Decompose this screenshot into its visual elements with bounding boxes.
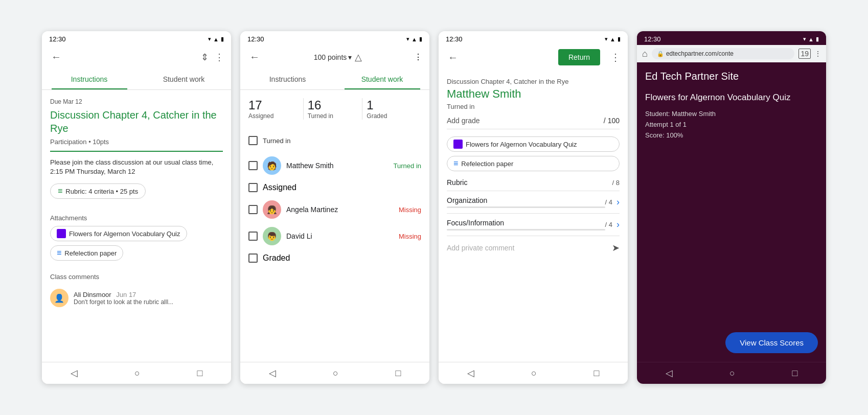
tab-student-work-1[interactable]: Student work xyxy=(136,69,231,89)
recent-nav-icon-3[interactable]: □ xyxy=(593,368,599,379)
dropdown-icon: ▾ xyxy=(348,53,352,61)
rubric-criteria-2[interactable]: Focus/Information / 4 › xyxy=(447,214,620,236)
turned-in-label: Turned in xyxy=(308,112,358,120)
recent-nav-icon-2[interactable]: □ xyxy=(395,368,401,379)
criteria-name-1: Organization xyxy=(447,196,605,204)
wifi-icon-3: ▾ xyxy=(605,36,608,42)
back-nav-icon[interactable]: ◁ xyxy=(71,367,78,379)
chevron-icon-1[interactable]: › xyxy=(616,197,620,208)
checkbox-turned-in[interactable] xyxy=(248,136,258,145)
rubric-criteria-1[interactable]: Organization / 4 › xyxy=(447,191,620,214)
view-class-scores-button[interactable]: View Class Scores xyxy=(725,332,818,353)
back-nav-icon-4[interactable]: ◁ xyxy=(666,367,673,379)
drive-icon[interactable]: △ xyxy=(355,52,362,63)
rubric-bar-1 xyxy=(447,206,605,208)
url-bar[interactable]: 🔒 edtechpartner.com/conte xyxy=(652,48,795,59)
points-dropdown[interactable]: 100 points ▾ xyxy=(314,53,352,61)
back-button-1[interactable]: ← xyxy=(49,49,63,65)
more-icon[interactable]: ⋮ xyxy=(215,52,224,63)
status-bar-2: 12:30 ▾ ▲ ▮ xyxy=(240,31,429,45)
student-matthew[interactable]: 🧑 Matthew Smith Turned in xyxy=(248,152,421,179)
share-icon[interactable]: ⇕ xyxy=(201,52,209,63)
add-grade-field[interactable]: Add grade xyxy=(447,117,604,125)
due-date: Due Mar 12 xyxy=(50,98,223,105)
send-icon[interactable]: ➤ xyxy=(612,242,620,253)
student-angela[interactable]: 👧 Angela Martinez Missing xyxy=(248,196,421,223)
tabs-1: Instructions Student work xyxy=(42,69,231,90)
assignment-subtitle: Participation • 10pts xyxy=(50,138,223,146)
more-icon-2[interactable]: ⋮ xyxy=(414,52,422,62)
assigned-label: Assigned xyxy=(248,112,299,120)
chevron-icon-2[interactable]: › xyxy=(616,219,620,230)
tab-student-work-2[interactable]: Student work xyxy=(335,69,429,89)
turned-in-status: Turned in xyxy=(447,103,620,110)
status-david: Missing xyxy=(399,233,421,240)
top-bar-1: ← ⇕ ⋮ xyxy=(42,45,231,69)
time-1: 12:30 xyxy=(49,35,66,43)
back-button-3[interactable]: ← xyxy=(446,50,460,65)
doc-icon-3: ≡ xyxy=(453,159,458,168)
points-row: 100 points ▾ △ xyxy=(266,52,410,63)
divider xyxy=(50,151,223,152)
avatar-matthew: 🧑 xyxy=(263,156,281,175)
status-bar-1: 12:30 ▾ ▲ ▮ xyxy=(42,31,231,45)
bottom-nav-4: ◁ ○ □ xyxy=(637,362,826,384)
comments-label: Class comments xyxy=(50,273,223,281)
assigned-count: 17 xyxy=(248,98,299,112)
attachment-2[interactable]: ≡ Refelection paper xyxy=(50,245,123,261)
commenter-avatar: 👤 xyxy=(50,289,68,307)
signal-icon-4: ▲ xyxy=(808,36,814,42)
url-text: edtechpartner.com/conte xyxy=(666,50,734,57)
browser-more-icon[interactable]: ⋮ xyxy=(815,50,821,57)
student-david[interactable]: 👦 David Li Missing xyxy=(248,223,421,249)
turned-in-header: Turned in xyxy=(248,132,421,149)
attachment-chip-1[interactable]: Flowers for Algernon Vocabulary Quiz xyxy=(447,136,620,152)
back-nav-icon-3[interactable]: ◁ xyxy=(467,367,474,379)
attempt-meta: Attempt 1 of 1 xyxy=(645,121,818,128)
rubric-header: Rubric / 8 xyxy=(447,178,620,191)
student-meta: Student: Matthew Smith xyxy=(645,110,818,118)
stat-assigned: 17 Assigned xyxy=(248,98,304,120)
checkbox-matthew[interactable] xyxy=(248,161,258,170)
tabs-count-icon[interactable]: 19 xyxy=(798,49,811,59)
checkbox-angela[interactable] xyxy=(248,205,258,214)
browser-home-icon[interactable]: ⌂ xyxy=(642,49,648,59)
comment-row: 👤 Ali Dinsmoor Jun 17 Don't forget to lo… xyxy=(50,285,223,311)
points-label: 100 points xyxy=(314,53,347,61)
home-nav-icon[interactable]: ○ xyxy=(134,368,140,379)
add-comment-field[interactable]: Add private comment xyxy=(447,244,612,252)
assigned-header: Assigned xyxy=(248,179,421,196)
attachment-chip-2[interactable]: ≡ Refelection paper xyxy=(447,156,620,171)
more-icon-3[interactable]: ⋮ xyxy=(610,51,621,63)
rubric-chip[interactable]: ≡ Rubric: 4 criteria • 25 pts xyxy=(50,183,146,199)
rubric-bar-2 xyxy=(447,229,605,230)
tab-instructions-2[interactable]: Instructions xyxy=(240,69,335,89)
recent-nav-icon[interactable]: □ xyxy=(197,368,202,379)
top-bar-icons-1: ⇕ ⋮ xyxy=(201,52,224,63)
back-button-2[interactable]: ← xyxy=(247,49,262,65)
bottom-nav-2: ◁ ○ □ xyxy=(240,362,429,384)
avatar-angela: 👧 xyxy=(263,200,281,219)
status-icons-1: ▾ ▲ ▮ xyxy=(208,36,224,42)
battery-icon-4: ▮ xyxy=(816,36,819,42)
status-bar-3: 12:30 ▾ ▲ ▮ xyxy=(439,31,628,45)
checkbox-david[interactable] xyxy=(248,232,258,241)
graded-label: Graded xyxy=(367,112,417,120)
attachment-1[interactable]: Flowers for Algernon Vocabulary Quiz xyxy=(50,226,187,241)
home-nav-icon-2[interactable]: ○ xyxy=(333,368,338,379)
content-1: Due Mar 12 Discussion Chapter 4, Catcher… xyxy=(42,90,231,362)
quiz-title-4: Flowers for Algernon Vocabulary Quiz xyxy=(645,93,818,103)
home-nav-icon-3[interactable]: ○ xyxy=(531,368,537,379)
checkbox-graded[interactable] xyxy=(248,253,258,263)
tab-instructions-1[interactable]: Instructions xyxy=(42,69,136,89)
checkbox-assigned[interactable] xyxy=(248,183,258,192)
recent-nav-icon-4[interactable]: □ xyxy=(792,368,797,379)
student-name-matthew: Matthew Smith xyxy=(286,162,389,170)
home-nav-icon-4[interactable]: ○ xyxy=(729,368,735,379)
back-nav-icon-2[interactable]: ◁ xyxy=(269,367,276,379)
attachments-label: Attachments xyxy=(50,214,223,222)
criteria-name-2: Focus/Information xyxy=(447,219,605,227)
return-button[interactable]: Return xyxy=(558,49,600,65)
grade-row: Add grade / 100 xyxy=(447,117,620,129)
status-icons-2: ▾ ▲ ▮ xyxy=(406,36,422,42)
